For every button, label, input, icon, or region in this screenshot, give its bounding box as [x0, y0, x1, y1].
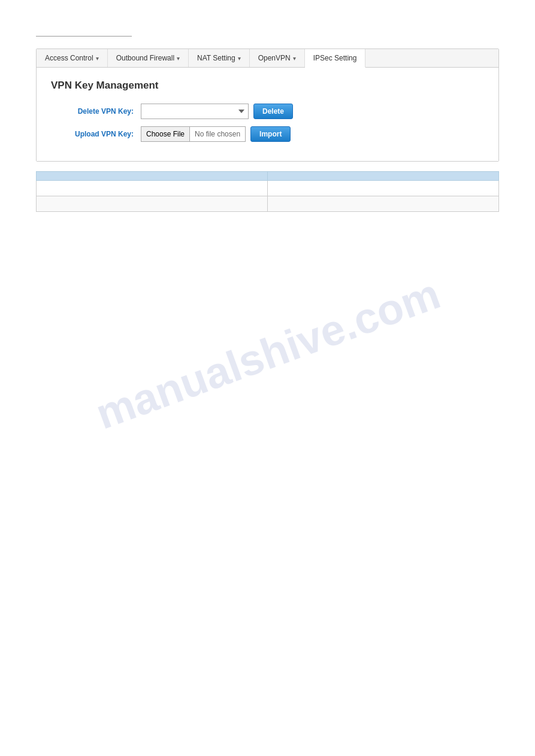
tab-nat-setting[interactable]: NAT Setting ▾ [189, 49, 250, 67]
tab-nat-setting-label: NAT Setting [197, 54, 235, 62]
table-header-col1 [37, 172, 268, 181]
tab-bar: Access Control ▾ Outbound Firewall ▾ NAT… [37, 49, 498, 68]
tab-ipsec-setting-label: IPSec Setting [313, 54, 357, 62]
table-cell [37, 181, 268, 196]
import-button[interactable]: Import [250, 126, 291, 142]
top-decorative-line [36, 36, 132, 37]
tab-openvpn-label: OpenVPN [258, 54, 291, 62]
data-table [36, 171, 499, 212]
table-row [37, 196, 499, 212]
upload-vpn-key-controls: Choose File No file chosen Import [141, 126, 291, 142]
tab-outbound-firewall-arrow: ▾ [177, 55, 180, 62]
tab-openvpn[interactable]: OpenVPN ▾ [250, 49, 305, 67]
content-area: VPN Key Management Delete VPN Key: Delet… [37, 68, 498, 161]
tab-openvpn-arrow: ▾ [293, 55, 296, 62]
delete-vpn-key-label: Delete VPN Key: [51, 107, 141, 116]
delete-vpn-key-controls: Delete [141, 104, 293, 119]
tab-access-control[interactable]: Access Control ▾ [37, 49, 108, 67]
tab-outbound-firewall-label: Outbound Firewall [116, 54, 174, 62]
table-cell [268, 181, 499, 196]
delete-vpn-key-select[interactable] [141, 104, 249, 119]
watermark: manualshive.com [89, 269, 446, 439]
file-input-wrapper: Choose File No file chosen [141, 126, 246, 142]
tab-access-control-label: Access Control [45, 54, 93, 62]
tab-access-control-arrow: ▾ [96, 55, 99, 62]
delete-vpn-key-row: Delete VPN Key: Delete [51, 104, 484, 119]
tab-nat-setting-arrow: ▾ [238, 55, 241, 62]
table-header-col2 [268, 172, 499, 181]
main-panel: Access Control ▾ Outbound Firewall ▾ NAT… [36, 48, 499, 162]
page-title: VPN Key Management [51, 80, 484, 92]
table-cell [268, 196, 499, 212]
table-cell [37, 196, 268, 212]
no-file-label: No file chosen [189, 126, 246, 142]
tab-outbound-firewall[interactable]: Outbound Firewall ▾ [108, 49, 189, 67]
upload-vpn-key-row: Upload VPN Key: Choose File No file chos… [51, 126, 484, 142]
delete-button[interactable]: Delete [253, 104, 293, 119]
upload-vpn-key-label: Upload VPN Key: [51, 130, 141, 138]
choose-file-button[interactable]: Choose File [141, 126, 189, 142]
tab-ipsec-setting[interactable]: IPSec Setting [305, 49, 366, 68]
table-row [37, 181, 499, 196]
